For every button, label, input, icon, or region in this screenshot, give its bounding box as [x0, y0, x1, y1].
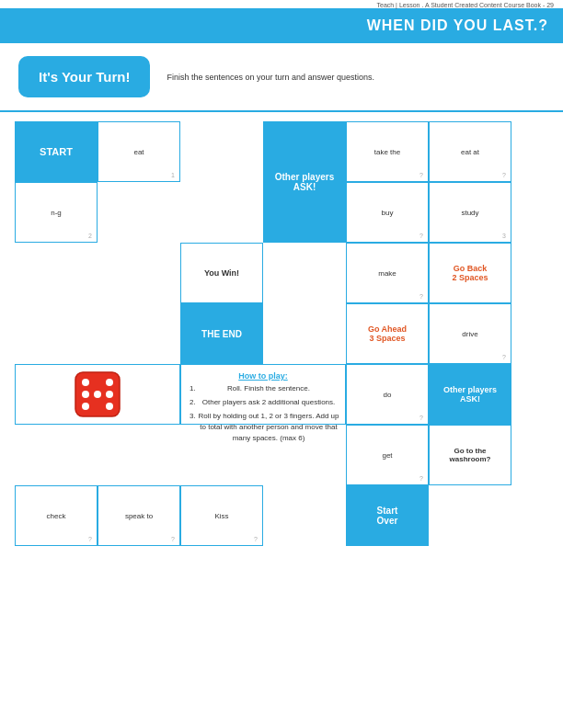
cell-do: do ?: [346, 364, 429, 425]
cell-empty-r1c3: [180, 121, 263, 182]
step-2: Other players ask 2 additional questions…: [198, 397, 339, 408]
cell-empty-r6c2: [15, 425, 98, 485]
cell-go-back-2-spaces: Go Back2 Spaces: [429, 243, 511, 303]
cell-speak-to: speak to ?: [98, 485, 180, 546]
step-1: Roll. Finish the sentence.: [198, 383, 339, 394]
cell-other-players-ask-top: Other playersASK!: [263, 121, 346, 243]
cell-get: get ?: [346, 425, 429, 485]
dice-icon: [74, 370, 121, 418]
cell-empty-r4c3: [98, 303, 180, 364]
cell-start: START: [15, 121, 98, 182]
svg-point-1: [82, 379, 89, 386]
its-your-turn-button[interactable]: It's Your Turn!: [18, 56, 150, 97]
cell-empty-r3c5: [263, 243, 346, 303]
svg-point-6: [82, 403, 89, 410]
cell-empty-r4c5: [263, 303, 346, 364]
cell-empty-r2c2: [98, 182, 180, 243]
svg-point-7: [106, 403, 113, 410]
cell-empty-r4c2: [15, 303, 98, 364]
instruction-text: Finish the sentences on your turn and an…: [167, 73, 374, 82]
your-turn-section: It's Your Turn! Finish the sentences on …: [0, 43, 563, 112]
page-title: WHEN DID YOU LAST.?: [367, 17, 548, 33]
cell-empty-r7c5: [263, 485, 346, 546]
cell-eat-at: eat at ?: [429, 121, 511, 182]
svg-point-3: [82, 391, 89, 398]
cell-check: check ?: [15, 485, 98, 546]
svg-point-5: [94, 391, 101, 398]
cell-empty-r3c3: [98, 243, 180, 303]
cell-study: study 3: [429, 182, 511, 243]
cell-you-win: You Win!: [180, 243, 263, 303]
cell-buy: buy ?: [346, 182, 429, 243]
cell-the-end: THE END: [180, 303, 263, 364]
cell-go-ahead-3-spaces: Go Ahead3 Spaces: [346, 303, 429, 364]
game-board: START eat 1 Other playersASK! take the ?…: [15, 121, 548, 546]
cell-drive: drive ?: [429, 303, 511, 364]
cell-empty-r6c5: [263, 425, 346, 485]
cell-other-players-ask-left: Other playersASK!: [429, 364, 511, 425]
page-reference: Teach | Lesson . A Student Created Conte…: [0, 0, 563, 8]
cell-go-to-washroom: Go to thewashroom?: [429, 425, 511, 485]
cell-empty-r6c4: [180, 425, 263, 485]
cell-eat: eat 1: [98, 121, 180, 182]
cell-start-over: StartOver: [346, 485, 429, 546]
cell-empty-r3c2: [15, 243, 98, 303]
cell-empty-r6c3: [98, 425, 180, 485]
svg-point-4: [106, 391, 113, 398]
header-bar: WHEN DID YOU LAST.?: [0, 8, 563, 43]
svg-point-2: [106, 379, 113, 386]
cell-empty-r2c5: [180, 182, 263, 243]
cell-take-the: take the ?: [346, 121, 429, 182]
cell-how-to-play: How to play: Roll. Finish the sentence. …: [180, 364, 346, 425]
cell-ng: n-g 2: [15, 182, 98, 243]
cell-kiss: Kiss ?: [180, 485, 263, 546]
how-to-play-title: How to play:: [187, 370, 339, 383]
cell-dice-area: [15, 364, 180, 425]
cell-make: make ?: [346, 243, 429, 303]
board-container: START eat 1 Other playersASK! take the ?…: [0, 121, 563, 555]
